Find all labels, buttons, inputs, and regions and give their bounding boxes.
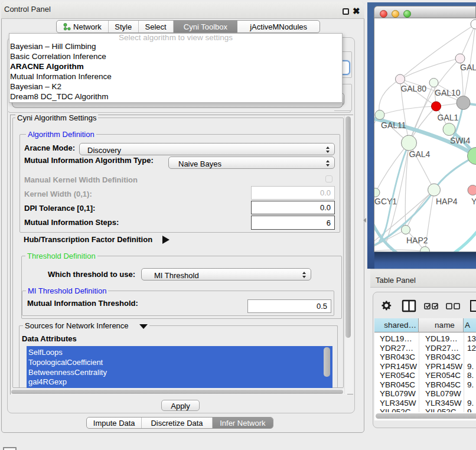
svg-text:Y: Y bbox=[471, 197, 476, 206]
svg-text:GAL: GAL bbox=[460, 63, 476, 72]
svg-text:GAL1: GAL1 bbox=[438, 113, 459, 122]
svg-text:HAP4: HAP4 bbox=[436, 197, 458, 206]
svg-text:GAL4: GAL4 bbox=[409, 149, 431, 159]
svg-text:GAL11: GAL11 bbox=[381, 120, 406, 130]
svg-text:SWI4: SWI4 bbox=[450, 136, 470, 145]
svg-text:GCY1: GCY1 bbox=[374, 197, 397, 206]
svg-text:GAL10: GAL10 bbox=[435, 88, 461, 97]
svg-text:GAL80: GAL80 bbox=[400, 84, 426, 93]
svg-text:HAP2: HAP2 bbox=[406, 236, 428, 245]
